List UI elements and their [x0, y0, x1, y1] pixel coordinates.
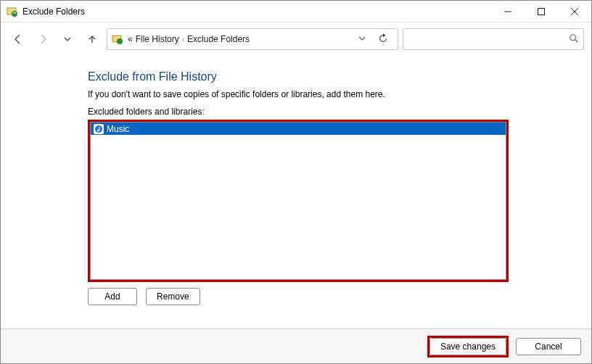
excluded-list-highlight: Music [88, 120, 509, 282]
svg-point-8 [570, 34, 576, 40]
window-icon [7, 6, 18, 17]
minimize-button[interactable] [491, 1, 525, 22]
svg-point-1 [12, 11, 17, 17]
list-item-label: Music [107, 124, 129, 134]
search-input[interactable] [408, 33, 569, 45]
search-box[interactable] [403, 28, 584, 50]
excluded-listbox[interactable] [90, 135, 506, 280]
save-highlight: Save changes [427, 336, 509, 357]
search-icon [569, 33, 579, 46]
remove-button[interactable]: Remove [146, 288, 200, 305]
svg-rect-3 [538, 8, 545, 15]
page-title: Exclude from File History [88, 70, 577, 83]
up-button[interactable] [82, 29, 102, 49]
list-item[interactable]: Music [90, 122, 506, 135]
back-button[interactable] [8, 29, 28, 49]
chevron-right-icon: › [182, 36, 184, 44]
music-library-icon [94, 124, 104, 134]
breadcrumb-parent[interactable]: File History [136, 34, 179, 44]
window-title: Exclude Folders [22, 7, 85, 17]
svg-point-11 [97, 129, 99, 131]
instruction-text: If you don't want to save copies of spec… [88, 89, 577, 99]
close-button[interactable] [558, 1, 591, 22]
content-area: Exclude from File History If you don't w… [1, 56, 591, 305]
list-label: Excluded folders and libraries: [88, 107, 577, 117]
recent-locations-button[interactable] [57, 29, 78, 49]
titlebar: Exclude Folders [1, 1, 591, 22]
save-changes-button[interactable]: Save changes [429, 338, 506, 355]
svg-point-10 [95, 125, 102, 133]
maximize-button[interactable] [525, 1, 558, 22]
refresh-button[interactable] [373, 33, 393, 46]
svg-point-7 [117, 38, 123, 44]
address-bar[interactable]: « File History › Exclude Folders [107, 28, 398, 50]
cancel-button[interactable]: Cancel [516, 338, 581, 355]
forward-button[interactable] [33, 29, 53, 49]
svg-line-9 [575, 39, 578, 42]
add-button[interactable]: Add [88, 288, 137, 305]
breadcrumb-current[interactable]: Exclude Folders [187, 34, 250, 44]
address-dropdown-button[interactable] [355, 34, 369, 44]
navigation-row: « File History › Exclude Folders [1, 22, 591, 56]
breadcrumb: « File History › Exclude Folders [128, 34, 351, 44]
list-button-row: Add Remove [88, 288, 577, 305]
location-icon [112, 33, 123, 45]
breadcrumb-ellipsis[interactable]: « [128, 34, 133, 44]
footer: Save changes Cancel [1, 328, 591, 363]
